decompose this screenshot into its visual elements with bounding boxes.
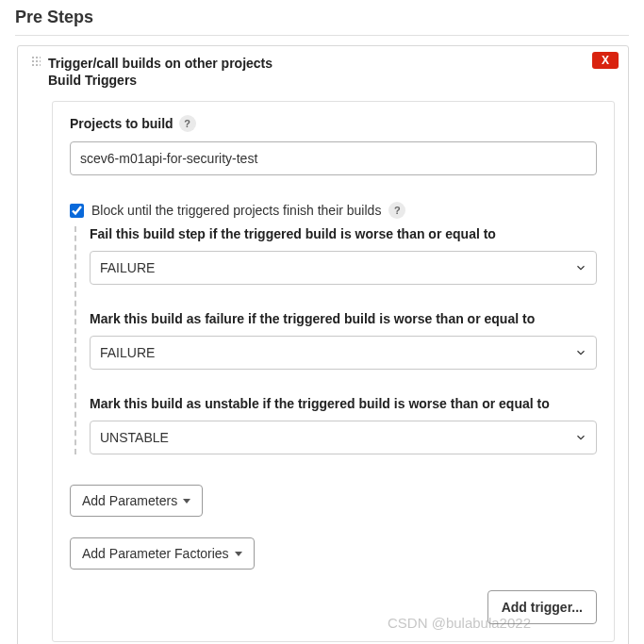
section-title: Pre Steps (15, 8, 629, 36)
projects-to-build-input[interactable] (70, 141, 597, 175)
mark-failure-field: Mark this build as failure if the trigge… (90, 311, 597, 370)
add-parameter-factories-label: Add Parameter Factories (82, 546, 229, 561)
mark-unstable-field: Mark this build as unstable if the trigg… (90, 396, 597, 454)
step-header: Trigger/call builds on other projects Bu… (31, 56, 615, 88)
help-icon[interactable]: ? (179, 115, 196, 132)
projects-label-text: Projects to build (70, 116, 173, 131)
mark-failure-label: Mark this build as failure if the trigge… (90, 311, 597, 336)
add-trigger-button[interactable]: Add trigger... (487, 590, 597, 624)
fail-step-label: Fail this build step if the triggered bu… (90, 226, 597, 251)
build-step-panel: X Trigger/call builds on other projects … (17, 45, 629, 644)
block-checkbox-row: Block until the triggered projects finis… (70, 202, 597, 219)
caret-down-icon (183, 499, 190, 504)
add-parameters-label: Add Parameters (82, 493, 177, 508)
delete-step-button[interactable]: X (592, 52, 619, 69)
mark-failure-select[interactable]: FAILURE (90, 336, 597, 370)
help-icon[interactable]: ? (388, 202, 405, 219)
step-subtitle: Build Triggers (48, 73, 272, 88)
drag-handle-icon[interactable] (31, 56, 41, 67)
projects-to-build-label: Projects to build ? (70, 115, 597, 132)
caret-down-icon (235, 552, 242, 556)
mark-unstable-label: Mark this build as unstable if the trigg… (90, 396, 597, 421)
mark-unstable-select[interactable]: UNSTABLE (90, 421, 597, 454)
build-trigger-config: Projects to build ? Block until the trig… (52, 101, 615, 642)
add-parameter-factories-button[interactable]: Add Parameter Factories (70, 537, 255, 570)
fail-step-field: Fail this build step if the triggered bu… (90, 226, 597, 285)
block-until-finish-checkbox[interactable] (70, 204, 84, 218)
step-title: Trigger/call builds on other projects (48, 56, 272, 71)
block-nested-options: Fail this build step if the triggered bu… (74, 226, 597, 454)
fail-step-select[interactable]: FAILURE (90, 251, 597, 285)
block-checkbox-label: Block until the triggered projects finis… (91, 203, 381, 218)
add-trigger-row: Add trigger... (70, 590, 597, 624)
add-parameters-button[interactable]: Add Parameters (70, 485, 203, 517)
